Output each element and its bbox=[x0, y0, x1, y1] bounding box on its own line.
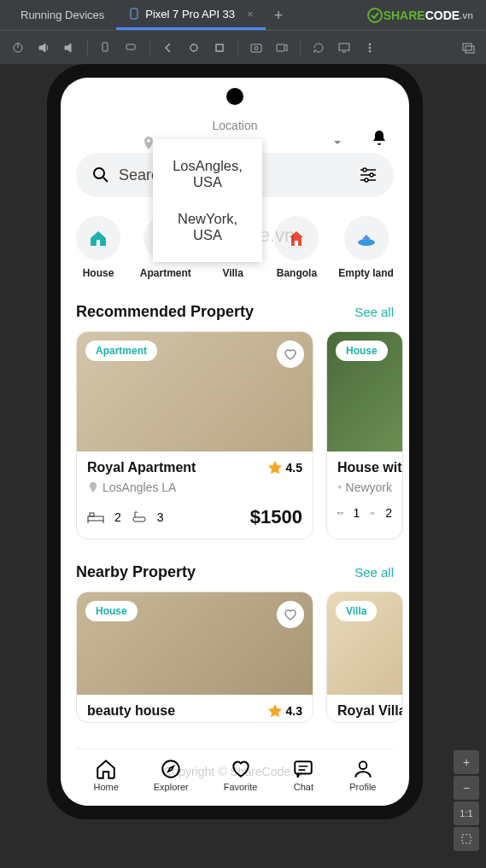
nav-profile[interactable]: Profile bbox=[349, 758, 376, 792]
close-icon[interactable]: × bbox=[247, 8, 254, 20]
rotate-left-icon[interactable] bbox=[95, 37, 117, 59]
heart-icon bbox=[230, 758, 252, 780]
location-header: Location LosAngles, USA NewYork, USA bbox=[76, 119, 394, 136]
card-image: Villa bbox=[327, 592, 402, 695]
ide-tab-device[interactable]: Pixel 7 Pro API 33 × bbox=[116, 1, 265, 30]
record-icon[interactable] bbox=[271, 37, 293, 59]
overview-icon[interactable] bbox=[208, 37, 231, 59]
property-card[interactable]: House beauty house 4.3 bbox=[76, 591, 313, 723]
see-all-link[interactable]: See all bbox=[354, 565, 394, 580]
favorite-button[interactable] bbox=[277, 601, 304, 628]
tab-label: Pixel 7 Pro API 33 bbox=[145, 8, 235, 20]
nav-favorite[interactable]: Favorite bbox=[224, 758, 258, 792]
nav-explorer[interactable]: Explorer bbox=[154, 758, 189, 792]
display-icon[interactable] bbox=[333, 37, 355, 59]
see-all-link[interactable]: See all bbox=[354, 305, 394, 319]
category-label: Empty land bbox=[338, 267, 394, 279]
zoom-in-button[interactable]: + bbox=[454, 750, 479, 774]
nav-chat[interactable]: Chat bbox=[292, 758, 314, 792]
card-location: Newyork bbox=[337, 481, 392, 494]
reload-icon[interactable] bbox=[307, 37, 330, 59]
price: $1500 bbox=[250, 506, 302, 528]
back-icon[interactable] bbox=[157, 37, 179, 59]
nav-home[interactable]: Home bbox=[93, 758, 118, 792]
type-chip: House bbox=[336, 341, 388, 361]
card-title: Royal Villa bbox=[337, 703, 392, 719]
svg-point-15 bbox=[369, 50, 371, 52]
bottom-nav: Copyright © ShareCode.vn Home Explorer F… bbox=[76, 749, 394, 806]
svg-rect-27 bbox=[97, 240, 100, 246]
svg-point-26 bbox=[365, 178, 368, 182]
bed-icon bbox=[337, 507, 343, 519]
recommended-header: Recommended Property See all bbox=[76, 303, 394, 321]
zoom-out-button[interactable]: − bbox=[454, 776, 479, 800]
svg-point-36 bbox=[358, 239, 375, 246]
svg-point-49 bbox=[360, 761, 367, 769]
phone-frame: Location LosAngles, USA NewYork, USA bbox=[47, 64, 423, 819]
card-title: Royal Apartment bbox=[87, 460, 196, 475]
category-label: Villa bbox=[222, 267, 243, 279]
category-label: House bbox=[83, 267, 114, 279]
svg-point-14 bbox=[369, 47, 371, 49]
house-icon bbox=[87, 227, 109, 249]
ide-tab-running[interactable]: Running Devices bbox=[9, 2, 116, 28]
zoom-actual-button[interactable] bbox=[454, 827, 479, 851]
svg-point-22 bbox=[363, 168, 366, 172]
location-option[interactable]: NewYork, USA bbox=[153, 201, 262, 253]
star-icon bbox=[267, 703, 283, 719]
svg-rect-11 bbox=[339, 44, 349, 50]
bath-icon bbox=[132, 510, 147, 524]
add-tab-button[interactable]: + bbox=[266, 8, 292, 23]
svg-rect-41 bbox=[133, 517, 145, 521]
bed-icon bbox=[87, 510, 104, 524]
bell-icon[interactable] bbox=[370, 129, 389, 153]
bangola-icon bbox=[285, 227, 307, 249]
property-card[interactable]: House House with G Newyork 1 bbox=[326, 331, 403, 539]
svg-point-1 bbox=[368, 9, 382, 22]
zoom-fit-button[interactable]: 1:1 bbox=[454, 801, 479, 825]
amenities: 1 2 bbox=[337, 506, 392, 520]
svg-rect-38 bbox=[90, 513, 94, 516]
svg-rect-10 bbox=[277, 44, 284, 51]
tab-label: Running Devices bbox=[20, 9, 104, 21]
filter-icon[interactable] bbox=[358, 165, 378, 185]
property-card[interactable]: Villa Royal Villa bbox=[326, 591, 403, 723]
chat-icon bbox=[292, 758, 314, 780]
heart-icon bbox=[283, 347, 298, 362]
chevron-down-icon[interactable] bbox=[332, 137, 343, 148]
type-chip: Apartment bbox=[85, 341, 157, 361]
property-card[interactable]: Apartment Royal Apartment 4.5 bbox=[76, 331, 313, 539]
category-bangola[interactable]: Bangola bbox=[274, 216, 319, 279]
settings-icon[interactable] bbox=[457, 37, 479, 59]
category-house[interactable]: House bbox=[76, 216, 120, 279]
svg-rect-0 bbox=[131, 9, 138, 19]
section-title: Recommended Property bbox=[76, 303, 254, 321]
card-image: House bbox=[327, 332, 402, 451]
heart-icon bbox=[283, 607, 298, 622]
category-label: Bangola bbox=[277, 267, 317, 279]
section-title: Nearby Property bbox=[76, 563, 196, 581]
category-emptyland[interactable]: Empty land bbox=[338, 216, 394, 279]
card-image: Apartment bbox=[77, 332, 313, 451]
favorite-button[interactable] bbox=[277, 341, 304, 368]
bath-icon bbox=[370, 507, 375, 519]
svg-rect-16 bbox=[463, 44, 471, 50]
svg-rect-17 bbox=[466, 46, 474, 53]
svg-point-45 bbox=[162, 760, 179, 778]
more-icon[interactable] bbox=[359, 37, 381, 59]
volume-up-icon[interactable] bbox=[32, 37, 55, 59]
rotate-right-icon[interactable] bbox=[120, 37, 143, 59]
card-rating: 4.5 bbox=[267, 460, 302, 475]
location-label: Location bbox=[76, 119, 394, 132]
location-option[interactable]: LosAngles, USA bbox=[153, 148, 262, 201]
pin-icon bbox=[337, 481, 343, 493]
screenshot-icon[interactable] bbox=[245, 37, 267, 59]
camera-hole bbox=[226, 88, 243, 105]
power-icon[interactable] bbox=[7, 37, 29, 59]
volume-down-icon[interactable] bbox=[58, 37, 80, 59]
location-dropdown: LosAngles, USA NewYork, USA bbox=[153, 139, 262, 262]
home-icon[interactable] bbox=[183, 37, 205, 59]
svg-rect-35 bbox=[295, 241, 298, 246]
svg-point-13 bbox=[369, 44, 371, 45]
nearby-cards: House beauty house 4.3 bbox=[76, 591, 394, 723]
